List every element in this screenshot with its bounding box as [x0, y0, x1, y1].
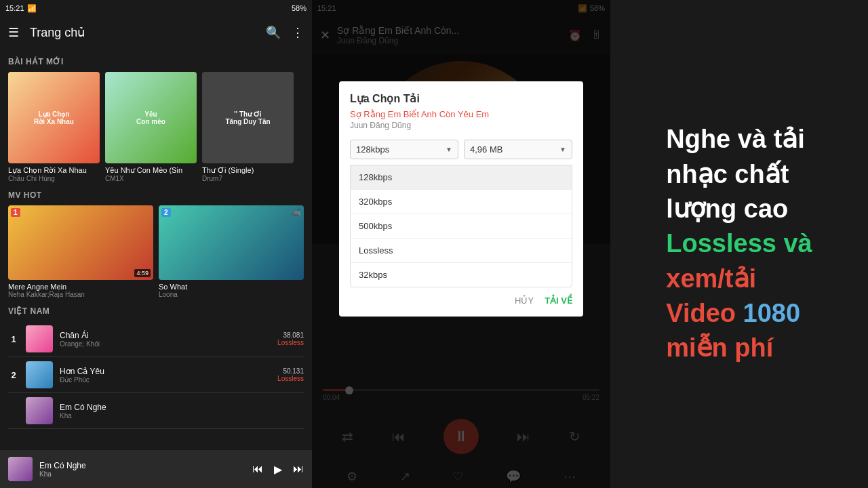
mv-hot-row: 1 4:59 Mere Angne Mein Neha Kakkar;Raja …	[0, 205, 312, 298]
list-item[interactable]: Lựa ChọnRời Xa Nhau Lựa Chọn Rời Xa Nhau…	[8, 72, 100, 182]
vn-artist-1: Orange; Khói	[60, 340, 271, 348]
modal-song-name: Sợ Rằng Em Biết Anh Còn Yêu Em	[350, 109, 572, 119]
mv-title-2: So What	[159, 283, 304, 291]
vn-title-2: Hơn Cả Yêu	[60, 367, 271, 376]
quality-options-list: 128kbps 320kbps 500kbps Lossless 32kbps	[350, 165, 572, 287]
mv-artist-1: Neha Kakkar;Raja Hasan	[8, 291, 153, 298]
thumb-image-3: '' Thư ƠiTăng Duy Tân	[202, 72, 294, 163]
vn-count-2: 50.131	[277, 367, 304, 375]
middle-panel: 15:21 📶 58% ✕ Sợ Rằng Em Biết Anh Còn...…	[312, 0, 610, 488]
list-item[interactable]: YêuCon mèo Yêu Như Con Mèo (Sin CM1X	[105, 72, 197, 182]
quality-option-lossless[interactable]: Lossless	[351, 239, 572, 263]
confirm-download-button[interactable]: TẢI VỀ	[545, 296, 572, 306]
left-battery: 58%	[292, 4, 307, 12]
list-item[interactable]: 2 📹 So What Loona	[159, 205, 304, 298]
vn-artist-2: Đức Phúc	[60, 376, 271, 384]
new-songs-row: Lựa ChọnRời Xa Nhau Lựa Chọn Rời Xa Nhau…	[0, 72, 312, 182]
thumb-image-2: YêuCon mèo	[105, 72, 197, 163]
vn-title-3: Em Có Nghe	[60, 403, 297, 412]
modal-title: Lựa Chọn Tải	[350, 92, 572, 105]
quality-option-32[interactable]: 32kbps	[351, 263, 572, 287]
now-playing-thumb	[8, 457, 33, 481]
now-playing-title: Em Có Nghe	[39, 461, 245, 470]
song-artist-3: Drum7	[202, 175, 294, 182]
new-songs-header: BÀI HÁT MỚI	[0, 49, 312, 72]
now-playing-bar: Em Có Nghe Kha ⏮ ▶ ⏭	[0, 450, 312, 488]
vn-artist-3: Kha	[60, 412, 297, 420]
modal-overlay: Lựa Chọn Tải Sợ Rằng Em Biết Anh Còn Yêu…	[312, 0, 610, 488]
quality-option-320[interactable]: 320kbps	[351, 190, 572, 214]
mv-duration-1: 4:59	[134, 269, 151, 277]
now-playing-artist: Kha	[39, 470, 245, 478]
more-icon[interactable]: ⋮	[292, 25, 304, 40]
list-item[interactable]: 2 Hơn Cả Yêu Đức Phúc 50.131 Lossless	[8, 357, 304, 393]
camera-icon: 📹	[291, 208, 301, 218]
next-button[interactable]: ⏭	[293, 463, 304, 475]
thumb-image-1: Lựa ChọnRời Xa Nhau	[8, 72, 100, 163]
vn-count-1: 38.081	[277, 331, 304, 339]
left-panel: 15:21 📶 58% ☰ Trang chủ 🔍 ⋮ BÀI HÁT MỚI …	[0, 0, 312, 488]
song-title-3: Thư Ơi (Single)	[202, 166, 294, 175]
promo-line-5: xem/tải	[666, 262, 812, 296]
page-title: Trang chủ	[30, 25, 255, 40]
vietnam-header: VIỆT NAM	[0, 298, 312, 321]
cancel-button[interactable]: HỦY	[515, 296, 534, 306]
vn-thumb-2	[26, 361, 53, 388]
mv-image-2: 2 📹	[159, 205, 304, 280]
selected-quality: 128kbps	[356, 144, 389, 155]
promo-line-6: Video 1080	[666, 296, 812, 331]
file-size-select[interactable]: 4,96 MB ▼	[464, 140, 572, 159]
mv-artist-2: Loona	[159, 291, 304, 298]
left-signal-icon: 📶	[27, 4, 37, 13]
rank-badge-1: 1	[11, 208, 20, 217]
vn-thumb-1	[26, 325, 53, 352]
rank-badge-2: 2	[161, 208, 171, 217]
vn-quality-2: Lossless	[277, 375, 304, 382]
right-panel: Nghe và tải nhạc chất lượng cao Lossless…	[610, 0, 868, 488]
promo-line-2: nhạc chất	[666, 157, 812, 192]
song-title-2: Yêu Như Con Mèo (Sin	[105, 166, 197, 175]
promo-text: Nghe và tải nhạc chất lượng cao Lossless…	[666, 122, 812, 365]
promo-video-text: Video	[666, 299, 743, 327]
song-artist-2: CM1X	[105, 175, 197, 182]
promo-line-1: Nghe và tải	[666, 122, 812, 157]
quality-option-128[interactable]: 128kbps	[351, 165, 572, 190]
vn-rank-2: 2	[8, 370, 19, 380]
modal-artist-name: Juun Đăng Dũng	[350, 121, 572, 130]
mv-image-1: 1 4:59	[8, 205, 153, 280]
left-time: 15:21	[5, 4, 24, 12]
mv-title-1: Mere Angne Mein	[8, 283, 153, 291]
play-button[interactable]: ▶	[274, 463, 282, 476]
mv-hot-header: MV HOT	[0, 182, 312, 205]
list-item[interactable]: 1 Chân Ái Orange; Khói 38.081 Lossless	[8, 321, 304, 357]
quality-dropdown-arrow: ▼	[446, 146, 452, 153]
promo-line-4: Lossless và	[666, 226, 812, 261]
list-item[interactable]: Em Có Nghe Kha	[8, 393, 304, 429]
vietnam-list: 1 Chân Ái Orange; Khói 38.081 Lossless 2…	[0, 321, 312, 429]
search-icon[interactable]: 🔍	[266, 25, 281, 40]
vn-title-1: Chân Ái	[60, 331, 271, 340]
promo-line-3: lượng cao	[666, 192, 812, 226]
list-item[interactable]: 1 4:59 Mere Angne Mein Neha Kakkar;Raja …	[8, 205, 153, 298]
song-artist-1: Châu Chí Hùng	[8, 175, 100, 182]
size-dropdown-arrow: ▼	[559, 146, 566, 153]
download-modal: Lựa Chọn Tải Sợ Rằng Em Biết Anh Còn Yêu…	[339, 81, 583, 317]
left-app-header: ☰ Trang chủ 🔍 ⋮	[0, 16, 312, 49]
vn-thumb-3	[26, 397, 53, 424]
file-size: 4,96 MB	[470, 144, 502, 155]
left-status-bar: 15:21 📶 58%	[0, 0, 312, 16]
list-item[interactable]: '' Thư ƠiTăng Duy Tân Thư Ơi (Single) Dr…	[202, 72, 294, 182]
quality-select[interactable]: 128kbps ▼	[350, 140, 458, 159]
menu-icon[interactable]: ☰	[8, 25, 19, 40]
vn-quality-1: Lossless	[277, 339, 304, 346]
promo-resolution-text: 1080	[743, 299, 801, 327]
vn-rank-1: 1	[8, 334, 19, 344]
song-title-1: Lựa Chọn Rời Xa Nhau	[8, 166, 100, 175]
prev-button[interactable]: ⏮	[252, 463, 263, 475]
quality-option-500[interactable]: 500kbps	[351, 214, 572, 239]
promo-line-7: miễn phí	[666, 331, 812, 365]
content-scroll: BÀI HÁT MỚI Lựa ChọnRời Xa Nhau Lựa Chọn…	[0, 49, 312, 488]
